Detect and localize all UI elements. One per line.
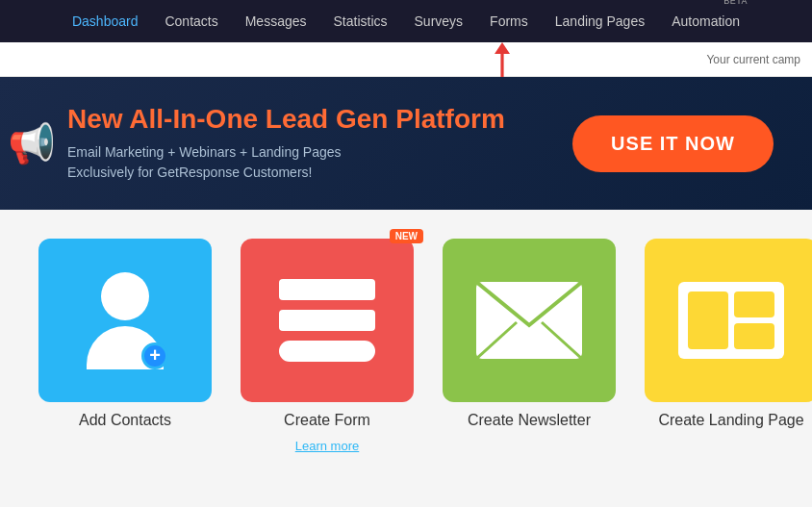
create-newsletter-label: Create Newsletter <box>468 412 591 429</box>
nav-item-forms[interactable]: Forms <box>490 13 528 29</box>
create-form-label: Create Form <box>284 412 370 429</box>
svg-marker-1 <box>495 42 510 54</box>
person-add-icon: + <box>87 272 164 369</box>
nav-item-dashboard[interactable]: Dashboard <box>72 13 139 29</box>
form-line-1 <box>279 279 375 300</box>
svg-rect-8 <box>734 323 774 349</box>
learn-more-link[interactable]: Learn more <box>295 439 359 453</box>
nav-item-automation[interactable]: Automation <box>672 13 740 29</box>
nav-item-contacts[interactable]: Contacts <box>165 13 217 29</box>
create-newsletter-card[interactable] <box>443 239 616 402</box>
plus-badge: + <box>141 342 168 369</box>
use-it-now-button[interactable]: USE IT NOW <box>572 115 774 172</box>
nav-item-messages[interactable]: Messages <box>245 13 307 29</box>
banner-title: New All-In-One Lead Gen Platform <box>67 104 572 135</box>
arrow-indicator <box>488 42 517 85</box>
banner-content: New All-In-One Lead Gen Platform Email M… <box>38 104 572 183</box>
create-landing-page-card[interactable] <box>645 239 812 402</box>
create-form-card[interactable]: NEW <box>241 239 414 402</box>
person-head <box>101 272 149 320</box>
form-line-2 <box>279 310 375 331</box>
card-grid: + Add Contacts NEW Create Form Learn mor… <box>38 239 774 453</box>
nav-items: Dashboard Contacts Messages Statistics S… <box>72 13 740 29</box>
svg-rect-6 <box>688 292 728 349</box>
top-bar: Your current camp <box>0 42 812 77</box>
landing-page-icon <box>678 282 784 359</box>
nav-item-surveys[interactable]: Surveys <box>415 13 464 29</box>
add-contacts-card-wrapper: + Add Contacts <box>38 239 212 453</box>
add-contacts-label: Add Contacts <box>79 412 171 429</box>
create-form-card-wrapper: NEW Create Form Learn more <box>241 239 414 453</box>
nav-item-statistics[interactable]: Statistics <box>334 13 388 29</box>
banner-subtitle: Email Marketing + Webinars + Landing Pag… <box>67 142 572 183</box>
new-badge: NEW <box>390 229 423 243</box>
create-newsletter-card-wrapper: Create Newsletter <box>443 239 616 453</box>
add-contacts-card[interactable]: + <box>38 239 212 402</box>
create-landing-page-label: Create Landing Page <box>658 412 803 429</box>
main-content: + Add Contacts NEW Create Form Learn mor… <box>0 210 812 482</box>
envelope-icon <box>476 282 582 359</box>
create-landing-page-card-wrapper: Create Landing Page <box>645 239 812 453</box>
form-line-3 <box>279 341 375 362</box>
banner: 📢 New All-In-One Lead Gen Platform Email… <box>0 77 812 210</box>
nav-item-landing-pages[interactable]: Landing Pages <box>555 13 645 29</box>
current-campaign-text: Your current camp <box>706 53 800 66</box>
navigation: Dashboard Contacts Messages Statistics S… <box>0 0 812 42</box>
svg-rect-7 <box>734 292 774 317</box>
speaker-icon: 📢 <box>0 121 56 166</box>
form-icon <box>279 279 375 362</box>
